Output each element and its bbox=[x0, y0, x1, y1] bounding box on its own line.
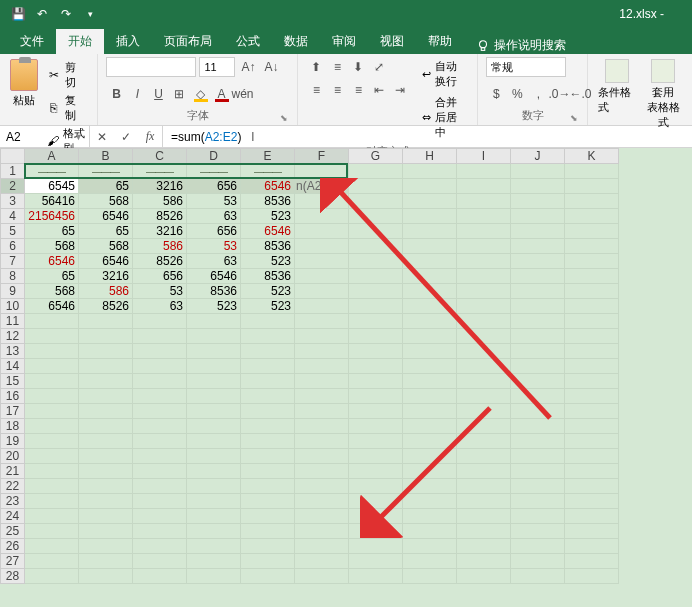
cell[interactable] bbox=[349, 509, 403, 524]
cell[interactable] bbox=[403, 179, 457, 194]
row-header-10[interactable]: 10 bbox=[1, 299, 25, 314]
cell-header[interactable]: ——— bbox=[187, 164, 241, 179]
cancel-formula-button[interactable]: ✕ bbox=[90, 130, 114, 144]
cell[interactable] bbox=[241, 434, 295, 449]
cell[interactable] bbox=[403, 254, 457, 269]
cell[interactable] bbox=[565, 269, 619, 284]
cell[interactable] bbox=[241, 314, 295, 329]
cell[interactable] bbox=[25, 569, 79, 584]
cell[interactable] bbox=[457, 299, 511, 314]
cell[interactable] bbox=[349, 494, 403, 509]
cell[interactable] bbox=[403, 539, 457, 554]
cell[interactable] bbox=[187, 569, 241, 584]
cell[interactable] bbox=[25, 449, 79, 464]
cell[interactable] bbox=[511, 539, 565, 554]
qat-customize-icon[interactable]: ▾ bbox=[80, 4, 100, 24]
cell[interactable] bbox=[295, 209, 349, 224]
cell[interactable] bbox=[565, 224, 619, 239]
col-header-E[interactable]: E bbox=[241, 149, 295, 164]
select-all-corner[interactable] bbox=[1, 149, 25, 164]
row-header-9[interactable]: 9 bbox=[1, 284, 25, 299]
cell-D6[interactable]: 53 bbox=[187, 239, 241, 254]
row-header-2[interactable]: 2 bbox=[1, 179, 25, 194]
cell[interactable] bbox=[79, 344, 133, 359]
cell[interactable] bbox=[295, 314, 349, 329]
cell[interactable] bbox=[79, 464, 133, 479]
col-header-D[interactable]: D bbox=[187, 149, 241, 164]
cell[interactable] bbox=[187, 359, 241, 374]
cell[interactable] bbox=[511, 284, 565, 299]
cell[interactable] bbox=[349, 404, 403, 419]
row-header-15[interactable]: 15 bbox=[1, 374, 25, 389]
cell[interactable] bbox=[457, 419, 511, 434]
cell[interactable] bbox=[79, 434, 133, 449]
tab-home[interactable]: 开始 bbox=[56, 29, 104, 54]
cell[interactable] bbox=[403, 509, 457, 524]
cell[interactable] bbox=[403, 524, 457, 539]
cell[interactable] bbox=[457, 359, 511, 374]
cell[interactable] bbox=[403, 314, 457, 329]
cell-E9[interactable]: 523 bbox=[241, 284, 295, 299]
tab-file[interactable]: 文件 bbox=[8, 29, 56, 54]
cell[interactable] bbox=[187, 464, 241, 479]
cell-header[interactable]: ——— bbox=[79, 164, 133, 179]
cell[interactable] bbox=[79, 494, 133, 509]
cell-B6[interactable]: 568 bbox=[79, 239, 133, 254]
cell[interactable] bbox=[349, 329, 403, 344]
fill-color-button[interactable]: ◇ bbox=[190, 84, 210, 104]
cell[interactable] bbox=[457, 479, 511, 494]
cell[interactable] bbox=[133, 569, 187, 584]
col-header-C[interactable]: C bbox=[133, 149, 187, 164]
cell[interactable] bbox=[403, 434, 457, 449]
col-header-A[interactable]: A bbox=[25, 149, 79, 164]
cell[interactable] bbox=[457, 179, 511, 194]
cell[interactable] bbox=[133, 359, 187, 374]
cell[interactable] bbox=[349, 194, 403, 209]
cell[interactable] bbox=[295, 359, 349, 374]
cell[interactable] bbox=[565, 509, 619, 524]
cell-D2[interactable]: 656 bbox=[187, 179, 241, 194]
cell[interactable] bbox=[403, 359, 457, 374]
cell-D7[interactable]: 63 bbox=[187, 254, 241, 269]
cell-A4[interactable]: 2156456 bbox=[25, 209, 79, 224]
cell[interactable] bbox=[457, 509, 511, 524]
cell[interactable] bbox=[511, 434, 565, 449]
cell[interactable] bbox=[457, 209, 511, 224]
cell[interactable] bbox=[349, 269, 403, 284]
cell[interactable] bbox=[295, 329, 349, 344]
cell[interactable] bbox=[511, 329, 565, 344]
cell[interactable] bbox=[511, 179, 565, 194]
cell[interactable] bbox=[295, 374, 349, 389]
cell[interactable] bbox=[295, 464, 349, 479]
cell-E3[interactable]: 8536 bbox=[241, 194, 295, 209]
cell[interactable] bbox=[349, 419, 403, 434]
cell-B3[interactable]: 568 bbox=[79, 194, 133, 209]
cell[interactable] bbox=[349, 479, 403, 494]
cell-D8[interactable]: 6546 bbox=[187, 269, 241, 284]
cell[interactable] bbox=[511, 299, 565, 314]
cell[interactable] bbox=[133, 434, 187, 449]
cell[interactable] bbox=[187, 479, 241, 494]
cell[interactable] bbox=[349, 464, 403, 479]
cell[interactable] bbox=[457, 449, 511, 464]
cell[interactable] bbox=[349, 434, 403, 449]
cell[interactable] bbox=[349, 344, 403, 359]
cell[interactable] bbox=[187, 404, 241, 419]
cell[interactable] bbox=[79, 419, 133, 434]
cell[interactable] bbox=[457, 344, 511, 359]
cell-A10[interactable]: 6546 bbox=[25, 299, 79, 314]
cell[interactable] bbox=[241, 494, 295, 509]
cell[interactable] bbox=[349, 389, 403, 404]
row-header-22[interactable]: 22 bbox=[1, 479, 25, 494]
row-header-8[interactable]: 8 bbox=[1, 269, 25, 284]
cell-A6[interactable]: 568 bbox=[25, 239, 79, 254]
cell[interactable] bbox=[565, 539, 619, 554]
cell[interactable] bbox=[241, 464, 295, 479]
row-header-5[interactable]: 5 bbox=[1, 224, 25, 239]
cell[interactable] bbox=[403, 299, 457, 314]
format-as-table-button[interactable]: 套用 表格格式 bbox=[642, 57, 684, 132]
cell-B5[interactable]: 65 bbox=[79, 224, 133, 239]
cell[interactable] bbox=[403, 209, 457, 224]
cell[interactable] bbox=[511, 209, 565, 224]
cell[interactable] bbox=[403, 464, 457, 479]
